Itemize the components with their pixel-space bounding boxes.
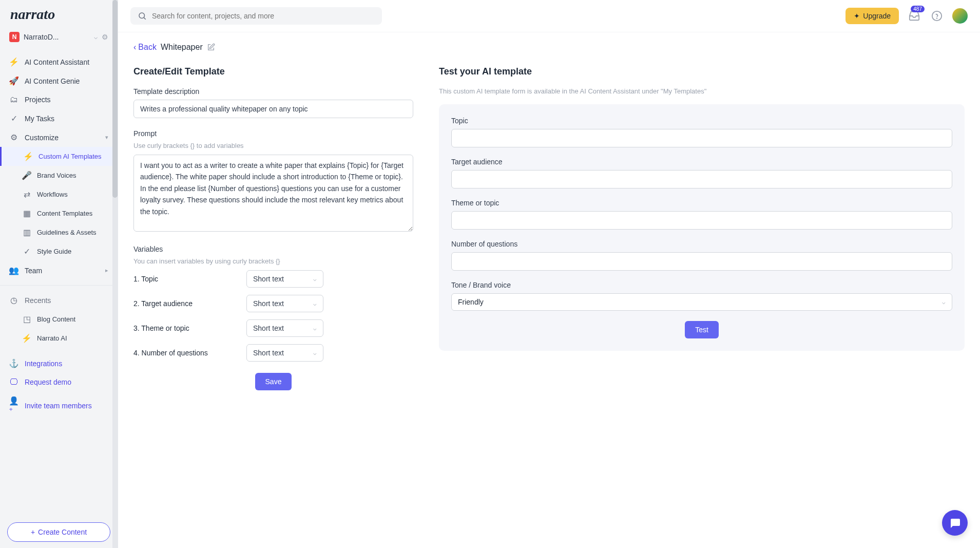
nav-label: Custom AI Templates <box>39 153 102 160</box>
inbox-icon[interactable]: 487 <box>907 9 921 23</box>
nav-label: My Tasks <box>25 115 54 123</box>
test-button[interactable]: Test <box>685 321 719 338</box>
chevron-down-icon[interactable]: ⌵ <box>94 33 98 41</box>
nav-content-templates[interactable]: ▦ Content Templates <box>0 204 118 223</box>
check-icon: ✓ <box>9 114 18 123</box>
team-icon: 👥 <box>9 266 18 275</box>
desc-label: Template description <box>133 87 413 96</box>
nav-ai-content-assistant[interactable]: ⚡ AI Content Assistant <box>0 52 118 71</box>
anchor-icon: ⚓ <box>9 358 18 368</box>
template-icon: ▦ <box>23 209 31 218</box>
test-field-label: Target audience <box>451 158 952 166</box>
nav-recent-narrato[interactable]: ⚡ Narrato AI <box>0 329 118 348</box>
form-heading: Create/Edit Template <box>133 66 413 77</box>
monitor-icon: 🖵 <box>9 377 18 387</box>
caret-down-icon: ▾ <box>105 134 108 141</box>
variable-type-value: Short text <box>253 349 284 357</box>
workspace-icon: N <box>9 32 20 42</box>
sidebar-scrollbar[interactable] <box>112 0 118 548</box>
chat-fab[interactable] <box>942 510 968 536</box>
vars-hint: You can insert variables by using curly … <box>133 257 413 265</box>
vars-label: Variables <box>133 245 413 253</box>
nav-label: AI Content Assistant <box>25 58 89 66</box>
variable-type-value: Short text <box>253 299 284 308</box>
edit-icon[interactable] <box>207 43 215 51</box>
test-field-input[interactable] <box>451 252 952 271</box>
nav-label: Customize <box>25 134 59 142</box>
nav-workflows[interactable]: ⇄ Workflows <box>0 185 118 204</box>
back-label: Back <box>138 43 157 52</box>
test-field-input[interactable] <box>451 129 952 147</box>
nav-projects[interactable]: 🗂 Projects <box>0 90 118 109</box>
search-box[interactable] <box>130 7 382 25</box>
chevron-down-icon: ⌵ <box>313 325 317 332</box>
variable-type-select[interactable]: Short text ⌵ <box>246 295 323 312</box>
test-field-input[interactable] <box>451 170 952 188</box>
desc-input[interactable] <box>133 100 413 118</box>
nav-brand-voices[interactable]: 🎤 Brand Voices <box>0 166 118 185</box>
search-icon <box>138 11 147 21</box>
test-field-input[interactable] <box>451 211 952 230</box>
test-field-label: Number of questions <box>451 240 952 248</box>
variable-type-select[interactable]: Short text ⌵ <box>246 344 323 362</box>
breadcrumb: ‹ Back Whitepaper <box>133 43 965 52</box>
chevron-left-icon: ‹ <box>133 43 136 52</box>
nav-my-tasks[interactable]: ✓ My Tasks <box>0 109 118 128</box>
nav-team[interactable]: 👥 Team ▸ <box>0 261 118 280</box>
test-field-label: Theme or topic <box>451 199 952 207</box>
prompt-textarea[interactable] <box>133 155 413 232</box>
test-field-label: Topic <box>451 117 952 125</box>
nav-label: Invite team members <box>25 402 92 410</box>
tone-select[interactable]: Friendly ⌵ <box>451 293 952 311</box>
nav-guidelines[interactable]: ▥ Guidelines & Assets <box>0 223 118 242</box>
workspace-switcher[interactable]: N NarratoD... ⌵ ⚙ <box>0 27 118 49</box>
save-button[interactable]: Save <box>255 373 292 390</box>
nav-recent-blog[interactable]: ◳ Blog Content <box>0 310 118 329</box>
back-link[interactable]: ‹ Back <box>133 43 157 52</box>
inbox-badge: 487 <box>911 6 925 12</box>
variable-type-select[interactable]: Short text ⌵ <box>246 319 323 337</box>
tone-value: Friendly <box>458 298 484 306</box>
gear-icon[interactable]: ⚙ <box>102 33 108 41</box>
nav-style-guide[interactable]: ✓ Style Guide <box>0 242 118 261</box>
variable-name: 2. Target audience <box>133 299 236 308</box>
nav-invite-team[interactable]: 👤⁺ Invite team members <box>0 391 118 420</box>
topbar: ✦ Upgrade 487 <box>118 0 980 32</box>
chart-icon: ▥ <box>23 228 31 237</box>
gears-icon: ⚙ <box>9 133 18 142</box>
create-content-button[interactable]: + Create Content <box>7 522 110 542</box>
check-circle-icon: ✓ <box>23 247 31 256</box>
chevron-down-icon: ⌵ <box>313 350 317 356</box>
search-input[interactable] <box>152 12 375 20</box>
caret-right-icon: ▸ <box>105 267 108 274</box>
test-heading: Test your AI template <box>439 66 965 77</box>
avatar[interactable] <box>952 8 968 24</box>
nav-label: Integrations <box>25 360 62 368</box>
help-icon[interactable] <box>930 9 944 23</box>
bolt-icon: ⚡ <box>24 152 32 161</box>
nav-label: Projects <box>25 96 51 104</box>
nav-label: AI Content Genie <box>25 77 80 85</box>
upgrade-button[interactable]: ✦ Upgrade <box>846 8 899 24</box>
page-title: Whitepaper <box>161 43 203 52</box>
nav-label: Style Guide <box>37 248 71 255</box>
variable-name: 1. Topic <box>133 275 236 283</box>
workflow-icon: ⇄ <box>23 190 31 199</box>
box-icon: ◳ <box>23 314 31 324</box>
nav-request-demo[interactable]: 🖵 Request demo <box>0 373 118 391</box>
svg-point-2 <box>932 11 941 21</box>
variable-name: 3. Theme or topic <box>133 324 236 332</box>
nav-custom-ai-templates[interactable]: ⚡ Custom AI Templates <box>0 147 118 166</box>
nav-label: Narrato AI <box>37 334 67 342</box>
create-label: Create Content <box>38 528 87 536</box>
nav-integrations[interactable]: ⚓ Integrations <box>0 354 118 373</box>
logo[interactable]: narrato <box>0 0 118 27</box>
nav-ai-content-genie[interactable]: 🚀 AI Content Genie <box>0 71 118 90</box>
chevron-down-icon: ⌵ <box>313 300 317 307</box>
nav-customize[interactable]: ⚙ Customize ▾ <box>0 128 118 147</box>
nav-recents-header: ◷ Recents <box>0 291 118 310</box>
mic-icon: 🎤 <box>23 171 31 180</box>
prompt-label: Prompt <box>133 129 413 138</box>
variable-type-select[interactable]: Short text ⌵ <box>246 270 323 288</box>
variable-row: 4. Number of questions Short text ⌵ <box>133 344 413 362</box>
